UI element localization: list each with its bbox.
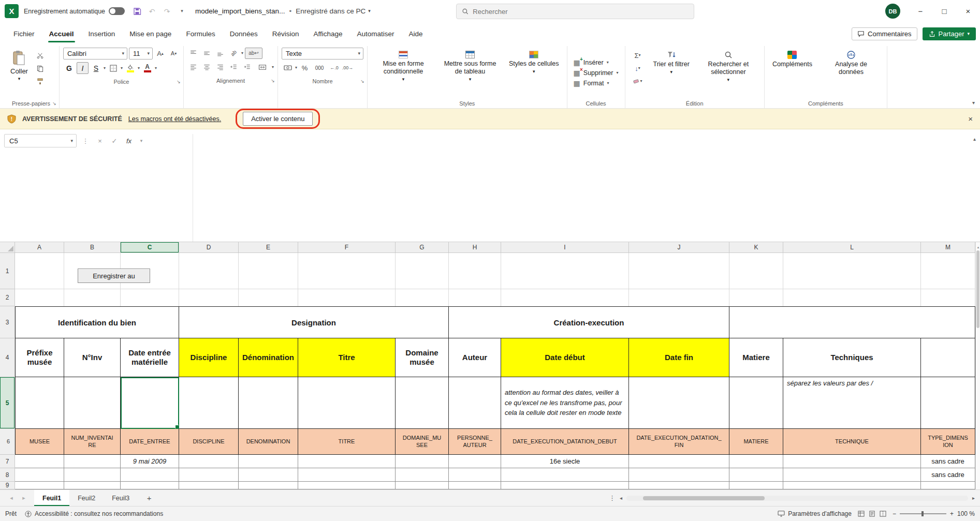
formula-input[interactable] — [193, 134, 980, 242]
tab-revision[interactable]: Révision — [265, 22, 306, 45]
cell[interactable] — [783, 482, 921, 489]
cell[interactable] — [15, 289, 64, 306]
cell[interactable] — [449, 377, 501, 429]
cell[interactable] — [239, 482, 298, 489]
cell[interactable] — [396, 289, 449, 306]
cell-note-dates[interactable]: attention au format des dates, veiller à… — [501, 377, 629, 429]
ribbon-collapse-icon[interactable] — [972, 100, 975, 106]
undo-button[interactable] — [145, 4, 159, 18]
cell[interactable]: MATIERE — [729, 429, 783, 455]
merged-header-identification[interactable]: Identification du bien — [15, 306, 179, 338]
cell[interactable] — [64, 377, 121, 429]
cell[interactable]: 9 mai 2009 — [121, 455, 179, 468]
cell[interactable]: Préfixe musée — [15, 338, 64, 377]
cell[interactable]: Techniques — [783, 338, 921, 377]
cell[interactable]: DATE_EXECUTION_DATATION_FIN — [629, 429, 729, 455]
cell[interactable]: DISCIPLINE — [179, 429, 239, 455]
column-header-selected[interactable]: C — [121, 242, 179, 253]
formula-options-chevron-icon[interactable] — [138, 134, 145, 147]
dialog-launcher-icon[interactable] — [359, 78, 365, 84]
cell[interactable] — [298, 482, 396, 489]
cell[interactable] — [64, 482, 121, 489]
column-header[interactable]: K — [729, 242, 783, 253]
close-button[interactable] — [956, 0, 980, 22]
wrap-text-button[interactable] — [245, 48, 262, 59]
cell[interactable] — [396, 253, 449, 289]
accounting-format-button[interactable] — [282, 62, 294, 73]
cell[interactable] — [729, 289, 783, 306]
cell[interactable] — [783, 468, 921, 482]
cell[interactable] — [179, 468, 239, 482]
row-header[interactable]: 1 — [0, 253, 15, 289]
name-box-splitter-icon[interactable] — [80, 134, 91, 147]
cell[interactable]: sans cadre — [921, 468, 975, 482]
cell[interactable]: DATE_EXECUTION_DATATION_DEBUT — [501, 429, 629, 455]
cell[interactable] — [629, 455, 729, 468]
cell[interactable] — [298, 468, 396, 482]
tab-insertion[interactable]: Insertion — [81, 22, 123, 45]
column-header[interactable]: E — [239, 242, 298, 253]
select-all-button[interactable] — [0, 242, 15, 253]
orientation-button[interactable] — [228, 48, 240, 59]
cell[interactable] — [239, 253, 298, 289]
paste-button[interactable]: Coller — [7, 48, 32, 81]
dialog-launcher-icon[interactable] — [175, 79, 182, 85]
sheet-options-icon[interactable] — [609, 495, 616, 501]
page-break-view-icon[interactable] — [880, 511, 886, 517]
vertical-scrollbar[interactable] — [975, 242, 980, 489]
save-location-dropdown[interactable]: Enregistré dans ce PC — [296, 7, 371, 15]
increase-font-size-button[interactable] — [154, 48, 166, 59]
cell[interactable] — [15, 377, 64, 429]
cell[interactable]: PERSONNE_AUTEUR — [449, 429, 501, 455]
clear-button[interactable] — [629, 76, 647, 87]
tab-fichier[interactable]: Fichier — [6, 22, 42, 45]
font-size-select[interactable]: 11 — [129, 48, 153, 59]
cell[interactable] — [239, 289, 298, 306]
accessibility-status[interactable]: Accessibilité : consultez nos recommanda… — [25, 510, 163, 517]
delete-cells-button[interactable]: Supprimer — [571, 68, 621, 78]
comma-style-button[interactable]: 000 — [312, 62, 327, 73]
cell[interactable] — [783, 289, 921, 306]
insert-function-button[interactable]: fx — [123, 134, 135, 147]
cell[interactable]: NUM_INVENTAIRE — [64, 429, 121, 455]
format-painter-button[interactable] — [34, 76, 46, 87]
align-bottom-button[interactable] — [214, 48, 226, 59]
merged-header-creation-execution[interactable]: Création-execution — [449, 306, 729, 338]
zoom-level[interactable]: 100 % — [957, 510, 975, 517]
cell[interactable]: DATE_ENTREE — [121, 429, 179, 455]
cell[interactable]: Date fin — [629, 338, 729, 377]
decrease-decimal-button[interactable] — [342, 62, 354, 73]
cell[interactable] — [629, 377, 729, 429]
add-sheet-button[interactable] — [143, 492, 155, 504]
enable-content-button[interactable]: Activer le contenu — [243, 112, 313, 126]
cell[interactable] — [64, 455, 121, 468]
merge-center-chevron-icon[interactable] — [272, 65, 274, 69]
cell[interactable]: DOMAINE_MUSEE — [396, 429, 449, 455]
column-header[interactable]: M — [921, 242, 975, 253]
form-button-enregistrer[interactable]: Enregistrer au — [78, 269, 150, 283]
column-header[interactable]: B — [64, 242, 121, 253]
cell[interactable]: Date entrée matérielle — [121, 338, 179, 377]
cell[interactable]: TECHNIQUE — [783, 429, 921, 455]
cell[interactable] — [121, 289, 179, 306]
cell[interactable]: TYPE_DIMENSION — [921, 429, 975, 455]
row-header[interactable]: 8 — [0, 468, 15, 482]
search-input[interactable] — [473, 8, 689, 16]
horizontal-scrollbar[interactable] — [626, 496, 968, 501]
cell[interactable] — [298, 377, 396, 429]
cell[interactable] — [15, 468, 64, 482]
normal-view-icon[interactable] — [858, 511, 865, 517]
column-header[interactable]: H — [449, 242, 501, 253]
share-button[interactable]: Partager — [923, 27, 976, 40]
zoom-out-icon[interactable] — [893, 511, 896, 517]
sheet-tab-feuil2[interactable]: Feuil2 — [69, 490, 104, 506]
row-header[interactable]: 2 — [0, 289, 15, 306]
borders-button[interactable] — [107, 63, 119, 74]
align-left-button[interactable] — [187, 62, 199, 73]
cell[interactable]: sans cadre — [921, 455, 975, 468]
align-top-button[interactable] — [187, 48, 199, 59]
cell[interactable] — [921, 377, 975, 429]
hscroll-left-icon[interactable] — [620, 496, 622, 501]
cell[interactable] — [921, 253, 975, 289]
cell[interactable]: MUSEE — [15, 429, 64, 455]
